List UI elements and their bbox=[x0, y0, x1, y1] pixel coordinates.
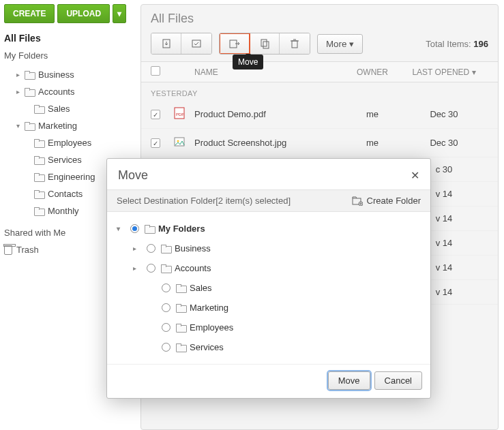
dialog-subtitle: Select Destination Folder[2 item(s) sele… bbox=[117, 196, 291, 206]
toolbar-share-button[interactable] bbox=[181, 33, 211, 54]
tree-label: Employees bbox=[48, 138, 91, 148]
image-icon bbox=[174, 136, 185, 148]
tree-label: Contacts bbox=[48, 189, 83, 199]
col-owner[interactable]: OWNER bbox=[345, 67, 400, 77]
folder-icon bbox=[34, 190, 44, 198]
folder-icon bbox=[161, 245, 171, 252]
tree-label: Marketing bbox=[38, 121, 77, 131]
svg-rect-4 bbox=[263, 42, 269, 48]
folder-icon bbox=[34, 173, 44, 181]
chevron-down-icon: ▾ bbox=[349, 39, 354, 49]
folder-icon bbox=[161, 264, 171, 272]
upload-dropdown-button[interactable]: ▾ bbox=[113, 4, 126, 23]
dest-item-services[interactable]: Services bbox=[113, 337, 425, 357]
toolbar-copy-button[interactable] bbox=[250, 33, 280, 54]
folder-icon bbox=[25, 88, 34, 95]
radio-button[interactable] bbox=[162, 343, 171, 352]
group-yesterday: YESTERDAY bbox=[141, 82, 498, 100]
toolbar: More ▾ Total Items: 196 Move bbox=[141, 30, 498, 61]
list-header: NAME OWNER LAST OPENED ▾ bbox=[141, 61, 498, 82]
create-folder-icon bbox=[352, 196, 363, 206]
folder-icon bbox=[25, 122, 34, 129]
download-icon bbox=[161, 38, 172, 49]
folder-icon bbox=[176, 284, 186, 292]
dest-item-business[interactable]: ▸Business bbox=[113, 239, 425, 258]
chevron-right-icon: ▸ bbox=[133, 264, 141, 272]
folder-icon bbox=[176, 324, 186, 331]
svg-rect-1 bbox=[192, 40, 201, 47]
dest-item-my-folders[interactable]: ▾My Folders bbox=[113, 219, 425, 239]
file-row[interactable]: ✓ PDF Product Demo.pdf me Dec 30 bbox=[141, 100, 498, 129]
dest-item-accounts[interactable]: ▸Accounts bbox=[113, 258, 425, 278]
toolbar-move-button[interactable] bbox=[220, 33, 250, 54]
tree-label: Accounts bbox=[38, 87, 74, 97]
total-items: Total Items: 196 bbox=[426, 39, 488, 49]
move-confirm-button[interactable]: Move bbox=[328, 371, 370, 390]
destination-tree: ▾My Folders ▸Business ▸Accounts Sales Ma… bbox=[107, 212, 430, 364]
file-owner: me bbox=[345, 109, 400, 119]
folder-icon bbox=[145, 225, 154, 232]
toolbar-more-button[interactable]: More ▾ bbox=[317, 34, 363, 54]
dialog-title: Move bbox=[118, 168, 148, 183]
close-button[interactable]: ✕ bbox=[411, 169, 419, 182]
chevron-right-icon: ▸ bbox=[133, 245, 141, 252]
radio-button[interactable] bbox=[130, 224, 139, 233]
move-dialog: Move ✕ Select Destination Folder[2 item(… bbox=[106, 158, 431, 399]
svg-point-9 bbox=[177, 140, 179, 142]
trash-label: Trash bbox=[16, 245, 39, 255]
row-checkbox[interactable]: ✓ bbox=[151, 110, 160, 119]
cancel-button[interactable]: Cancel bbox=[374, 371, 422, 390]
svg-rect-3 bbox=[261, 40, 267, 46]
tree-item-employees[interactable]: Employees bbox=[4, 134, 136, 151]
tree-item-marketing[interactable]: ▾Marketing bbox=[4, 117, 136, 134]
share-icon bbox=[191, 38, 202, 49]
select-all-checkbox[interactable] bbox=[151, 66, 160, 76]
file-date: Dec 30 bbox=[400, 109, 488, 119]
chevron-right-icon: ▸ bbox=[16, 88, 25, 95]
toolbar-delete-button[interactable] bbox=[280, 33, 310, 54]
folder-icon bbox=[34, 105, 44, 112]
dest-item-sales[interactable]: Sales bbox=[113, 278, 425, 298]
toolbar-download-button[interactable] bbox=[151, 33, 181, 54]
nav-my-folders[interactable]: My Folders bbox=[4, 50, 136, 61]
col-date[interactable]: LAST OPENED ▾ bbox=[400, 67, 488, 77]
tree-label: Business bbox=[38, 70, 74, 80]
folder-icon bbox=[34, 139, 44, 147]
tree-item-business[interactable]: ▸Business bbox=[4, 66, 136, 83]
dest-item-marketing[interactable]: Marketing bbox=[113, 298, 425, 318]
trash-icon bbox=[290, 38, 299, 49]
file-name: Product Demo.pdf bbox=[194, 109, 345, 119]
chevron-right-icon: ▸ bbox=[16, 71, 25, 78]
move-tooltip: Move bbox=[233, 55, 263, 70]
dest-item-employees[interactable]: Employees bbox=[113, 318, 425, 337]
folder-icon bbox=[176, 304, 186, 311]
page-title: All Files bbox=[141, 5, 498, 30]
radio-button[interactable] bbox=[162, 283, 171, 292]
col-name[interactable]: NAME bbox=[194, 67, 345, 77]
svg-rect-5 bbox=[292, 41, 297, 48]
chevron-down-icon: ▾ bbox=[117, 225, 125, 232]
move-icon bbox=[228, 38, 241, 49]
tree-label: Monthly bbox=[48, 206, 79, 216]
folder-icon bbox=[25, 71, 34, 78]
radio-button[interactable] bbox=[147, 244, 155, 253]
svg-text:PDF: PDF bbox=[176, 112, 184, 117]
file-row[interactable]: ✓ Product Screenshot.jpg me Dec 30 bbox=[141, 129, 498, 157]
row-checkbox[interactable]: ✓ bbox=[151, 138, 160, 148]
upload-button[interactable]: UPLOAD bbox=[57, 4, 110, 23]
create-folder-button[interactable]: Create Folder bbox=[352, 196, 421, 206]
file-name: Product Screenshot.jpg bbox=[194, 138, 345, 148]
tree-item-sales[interactable]: Sales bbox=[4, 100, 136, 117]
radio-button[interactable] bbox=[162, 303, 171, 312]
tree-item-accounts[interactable]: ▸Accounts bbox=[4, 83, 136, 100]
radio-button[interactable] bbox=[162, 323, 171, 332]
chevron-down-icon: ▾ bbox=[16, 122, 25, 129]
pdf-icon: PDF bbox=[174, 107, 185, 119]
folder-icon bbox=[176, 343, 186, 351]
file-owner: me bbox=[345, 138, 400, 148]
file-date: Dec 30 bbox=[400, 138, 488, 148]
trash-icon bbox=[4, 245, 12, 255]
radio-button[interactable] bbox=[147, 264, 155, 273]
nav-all-files[interactable]: All Files bbox=[4, 33, 136, 44]
create-button[interactable]: CREATE bbox=[4, 4, 55, 23]
